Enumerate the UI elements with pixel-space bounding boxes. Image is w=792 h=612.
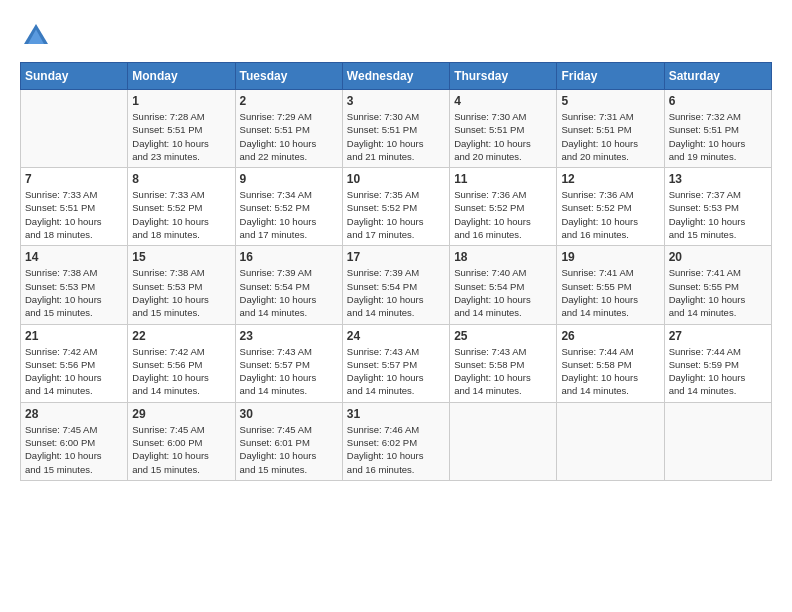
day-number: 8 <box>132 172 230 186</box>
calendar-cell: 17Sunrise: 7:39 AMSunset: 5:54 PMDayligh… <box>342 246 449 324</box>
day-number: 10 <box>347 172 445 186</box>
calendar-cell: 27Sunrise: 7:44 AMSunset: 5:59 PMDayligh… <box>664 324 771 402</box>
day-number: 3 <box>347 94 445 108</box>
day-number: 1 <box>132 94 230 108</box>
calendar-cell: 8Sunrise: 7:33 AMSunset: 5:52 PMDaylight… <box>128 168 235 246</box>
day-number: 25 <box>454 329 552 343</box>
day-info: Sunrise: 7:36 AMSunset: 5:52 PMDaylight:… <box>454 188 552 241</box>
day-info: Sunrise: 7:40 AMSunset: 5:54 PMDaylight:… <box>454 266 552 319</box>
day-number: 17 <box>347 250 445 264</box>
day-number: 6 <box>669 94 767 108</box>
day-number: 30 <box>240 407 338 421</box>
calendar-cell: 9Sunrise: 7:34 AMSunset: 5:52 PMDaylight… <box>235 168 342 246</box>
calendar-week-4: 21Sunrise: 7:42 AMSunset: 5:56 PMDayligh… <box>21 324 772 402</box>
day-number: 29 <box>132 407 230 421</box>
calendar-week-5: 28Sunrise: 7:45 AMSunset: 6:00 PMDayligh… <box>21 402 772 480</box>
day-info: Sunrise: 7:44 AMSunset: 5:58 PMDaylight:… <box>561 345 659 398</box>
calendar-cell: 22Sunrise: 7:42 AMSunset: 5:56 PMDayligh… <box>128 324 235 402</box>
day-info: Sunrise: 7:45 AMSunset: 6:00 PMDaylight:… <box>132 423 230 476</box>
day-info: Sunrise: 7:28 AMSunset: 5:51 PMDaylight:… <box>132 110 230 163</box>
day-number: 19 <box>561 250 659 264</box>
day-number: 9 <box>240 172 338 186</box>
day-info: Sunrise: 7:34 AMSunset: 5:52 PMDaylight:… <box>240 188 338 241</box>
calendar-cell: 19Sunrise: 7:41 AMSunset: 5:55 PMDayligh… <box>557 246 664 324</box>
calendar-cell: 30Sunrise: 7:45 AMSunset: 6:01 PMDayligh… <box>235 402 342 480</box>
calendar-cell: 1Sunrise: 7:28 AMSunset: 5:51 PMDaylight… <box>128 90 235 168</box>
day-info: Sunrise: 7:35 AMSunset: 5:52 PMDaylight:… <box>347 188 445 241</box>
day-info: Sunrise: 7:38 AMSunset: 5:53 PMDaylight:… <box>25 266 123 319</box>
calendar-cell: 28Sunrise: 7:45 AMSunset: 6:00 PMDayligh… <box>21 402 128 480</box>
calendar-cell: 21Sunrise: 7:42 AMSunset: 5:56 PMDayligh… <box>21 324 128 402</box>
calendar-cell: 12Sunrise: 7:36 AMSunset: 5:52 PMDayligh… <box>557 168 664 246</box>
day-info: Sunrise: 7:30 AMSunset: 5:51 PMDaylight:… <box>347 110 445 163</box>
day-number: 2 <box>240 94 338 108</box>
calendar-header: SundayMondayTuesdayWednesdayThursdayFrid… <box>21 63 772 90</box>
day-number: 15 <box>132 250 230 264</box>
calendar: SundayMondayTuesdayWednesdayThursdayFrid… <box>20 62 772 481</box>
day-info: Sunrise: 7:41 AMSunset: 5:55 PMDaylight:… <box>561 266 659 319</box>
day-number: 20 <box>669 250 767 264</box>
calendar-cell: 15Sunrise: 7:38 AMSunset: 5:53 PMDayligh… <box>128 246 235 324</box>
calendar-cell <box>557 402 664 480</box>
day-info: Sunrise: 7:43 AMSunset: 5:58 PMDaylight:… <box>454 345 552 398</box>
day-info: Sunrise: 7:29 AMSunset: 5:51 PMDaylight:… <box>240 110 338 163</box>
calendar-week-2: 7Sunrise: 7:33 AMSunset: 5:51 PMDaylight… <box>21 168 772 246</box>
day-info: Sunrise: 7:42 AMSunset: 5:56 PMDaylight:… <box>25 345 123 398</box>
day-number: 11 <box>454 172 552 186</box>
calendar-cell: 3Sunrise: 7:30 AMSunset: 5:51 PMDaylight… <box>342 90 449 168</box>
day-number: 16 <box>240 250 338 264</box>
day-number: 28 <box>25 407 123 421</box>
calendar-week-1: 1Sunrise: 7:28 AMSunset: 5:51 PMDaylight… <box>21 90 772 168</box>
day-info: Sunrise: 7:41 AMSunset: 5:55 PMDaylight:… <box>669 266 767 319</box>
day-info: Sunrise: 7:39 AMSunset: 5:54 PMDaylight:… <box>347 266 445 319</box>
day-number: 21 <box>25 329 123 343</box>
calendar-cell: 31Sunrise: 7:46 AMSunset: 6:02 PMDayligh… <box>342 402 449 480</box>
calendar-cell: 25Sunrise: 7:43 AMSunset: 5:58 PMDayligh… <box>450 324 557 402</box>
day-number: 22 <box>132 329 230 343</box>
day-number: 26 <box>561 329 659 343</box>
weekday-header-monday: Monday <box>128 63 235 90</box>
weekday-header-wednesday: Wednesday <box>342 63 449 90</box>
calendar-cell: 26Sunrise: 7:44 AMSunset: 5:58 PMDayligh… <box>557 324 664 402</box>
day-number: 18 <box>454 250 552 264</box>
weekday-header-saturday: Saturday <box>664 63 771 90</box>
calendar-cell: 18Sunrise: 7:40 AMSunset: 5:54 PMDayligh… <box>450 246 557 324</box>
calendar-cell <box>21 90 128 168</box>
day-number: 12 <box>561 172 659 186</box>
day-number: 5 <box>561 94 659 108</box>
calendar-cell: 16Sunrise: 7:39 AMSunset: 5:54 PMDayligh… <box>235 246 342 324</box>
day-info: Sunrise: 7:37 AMSunset: 5:53 PMDaylight:… <box>669 188 767 241</box>
day-number: 4 <box>454 94 552 108</box>
calendar-cell: 23Sunrise: 7:43 AMSunset: 5:57 PMDayligh… <box>235 324 342 402</box>
day-info: Sunrise: 7:43 AMSunset: 5:57 PMDaylight:… <box>240 345 338 398</box>
page-header <box>20 20 772 52</box>
calendar-cell: 24Sunrise: 7:43 AMSunset: 5:57 PMDayligh… <box>342 324 449 402</box>
weekday-header-friday: Friday <box>557 63 664 90</box>
day-info: Sunrise: 7:36 AMSunset: 5:52 PMDaylight:… <box>561 188 659 241</box>
day-number: 7 <box>25 172 123 186</box>
calendar-cell: 20Sunrise: 7:41 AMSunset: 5:55 PMDayligh… <box>664 246 771 324</box>
weekday-header-thursday: Thursday <box>450 63 557 90</box>
day-number: 23 <box>240 329 338 343</box>
day-number: 13 <box>669 172 767 186</box>
day-number: 24 <box>347 329 445 343</box>
calendar-cell: 7Sunrise: 7:33 AMSunset: 5:51 PMDaylight… <box>21 168 128 246</box>
logo <box>20 20 56 52</box>
day-info: Sunrise: 7:45 AMSunset: 6:00 PMDaylight:… <box>25 423 123 476</box>
calendar-week-3: 14Sunrise: 7:38 AMSunset: 5:53 PMDayligh… <box>21 246 772 324</box>
day-info: Sunrise: 7:31 AMSunset: 5:51 PMDaylight:… <box>561 110 659 163</box>
calendar-cell <box>450 402 557 480</box>
day-info: Sunrise: 7:33 AMSunset: 5:51 PMDaylight:… <box>25 188 123 241</box>
calendar-cell: 2Sunrise: 7:29 AMSunset: 5:51 PMDaylight… <box>235 90 342 168</box>
calendar-cell: 11Sunrise: 7:36 AMSunset: 5:52 PMDayligh… <box>450 168 557 246</box>
day-info: Sunrise: 7:32 AMSunset: 5:51 PMDaylight:… <box>669 110 767 163</box>
calendar-cell: 5Sunrise: 7:31 AMSunset: 5:51 PMDaylight… <box>557 90 664 168</box>
day-info: Sunrise: 7:38 AMSunset: 5:53 PMDaylight:… <box>132 266 230 319</box>
day-info: Sunrise: 7:43 AMSunset: 5:57 PMDaylight:… <box>347 345 445 398</box>
day-number: 27 <box>669 329 767 343</box>
weekday-header-tuesday: Tuesday <box>235 63 342 90</box>
calendar-cell: 13Sunrise: 7:37 AMSunset: 5:53 PMDayligh… <box>664 168 771 246</box>
day-number: 14 <box>25 250 123 264</box>
calendar-cell <box>664 402 771 480</box>
day-info: Sunrise: 7:45 AMSunset: 6:01 PMDaylight:… <box>240 423 338 476</box>
